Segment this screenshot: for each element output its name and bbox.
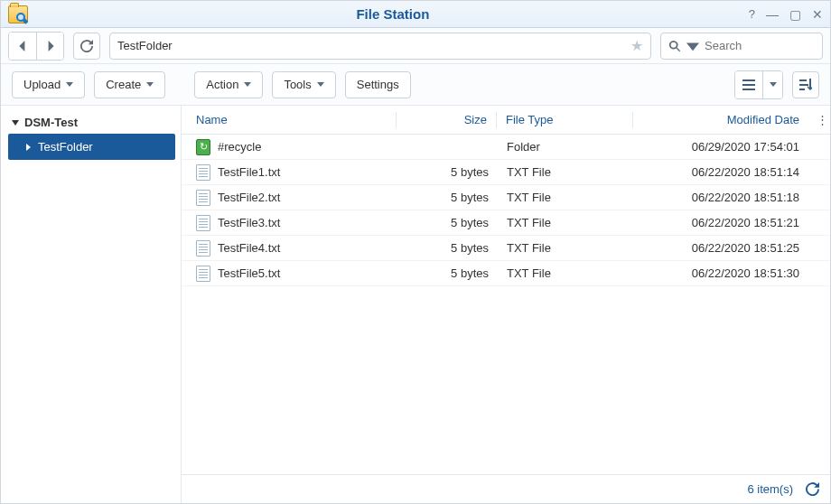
table-header: Name Size File Type Modified Date ⋮ — [182, 106, 830, 135]
chevron-down-icon — [12, 120, 19, 126]
refresh-button[interactable] — [73, 33, 100, 60]
file-name: TestFile4.txt — [218, 241, 280, 255]
status-bar: 6 item(s) — [182, 474, 830, 503]
back-button[interactable] — [9, 33, 36, 60]
search-icon — [668, 40, 681, 52]
sidebar: DSM-Test TestFolder — [1, 106, 182, 503]
file-name: TestFile1.txt — [218, 165, 280, 179]
file-modified: 06/22/2020 18:51:18 — [633, 191, 814, 204]
file-txt-icon — [196, 190, 210, 206]
action-toolbar: Upload Create Action Tools Settings — [1, 64, 830, 106]
recycle-folder-icon — [196, 139, 210, 155]
table-row[interactable]: TestFile1.txt5 bytesTXT File06/22/2020 1… — [182, 160, 830, 185]
view-mode-group — [734, 70, 783, 99]
tree-child-label: TestFolder — [38, 140, 93, 154]
action-label: Action — [206, 78, 238, 91]
tools-button[interactable]: Tools — [272, 71, 335, 98]
file-type: TXT File — [498, 165, 633, 179]
table-row[interactable]: TestFile2.txt5 bytesTXT File06/22/2020 1… — [182, 185, 830, 210]
file-type: TXT File — [498, 241, 633, 255]
col-size-header[interactable]: Size — [397, 113, 496, 126]
col-name-header[interactable]: Name — [182, 113, 396, 126]
create-button[interactable]: Create — [94, 71, 165, 98]
close-icon[interactable]: ✕ — [812, 8, 823, 21]
search-input[interactable] — [705, 39, 831, 52]
col-date-header[interactable]: Modified Date — [633, 113, 814, 126]
file-modified: 06/22/2020 18:51:30 — [633, 266, 814, 280]
file-modified: 06/22/2020 18:51:21 — [633, 216, 814, 229]
chevron-down-icon — [770, 82, 777, 87]
search-box[interactable] — [660, 33, 823, 60]
path-box[interactable]: ★ — [109, 33, 651, 60]
refresh-status-icon[interactable] — [806, 482, 819, 496]
file-type: TXT File — [498, 266, 633, 280]
file-txt-icon — [196, 215, 210, 231]
create-label: Create — [106, 78, 141, 91]
chevron-down-icon — [146, 82, 154, 87]
file-size: 5 bytes — [398, 266, 498, 280]
app-folder-icon — [8, 5, 28, 23]
file-modified: 06/22/2020 18:51:25 — [633, 241, 814, 255]
window-title: File Station — [37, 6, 749, 22]
file-size: 5 bytes — [398, 216, 498, 229]
forward-button[interactable] — [36, 33, 63, 60]
view-dropdown-button[interactable] — [762, 71, 782, 98]
tools-label: Tools — [284, 78, 311, 91]
upload-button[interactable]: Upload — [12, 71, 85, 98]
file-name: TestFile2.txt — [218, 191, 280, 204]
path-input[interactable] — [117, 39, 625, 52]
sort-button[interactable] — [792, 71, 819, 98]
tree-root-label: DSM-Test — [24, 116, 78, 129]
favorite-star-icon[interactable]: ★ — [630, 37, 643, 54]
table-row[interactable]: TestFile4.txt5 bytesTXT File06/22/2020 1… — [182, 236, 830, 261]
maximize-icon[interactable]: ▢ — [789, 8, 801, 21]
settings-button[interactable]: Settings — [345, 71, 411, 98]
file-type: TXT File — [498, 216, 633, 229]
chevron-right-icon — [26, 144, 31, 151]
file-size: 5 bytes — [398, 165, 498, 179]
action-button[interactable]: Action — [194, 71, 263, 98]
list-view-button[interactable] — [735, 71, 762, 98]
help-icon[interactable]: ? — [749, 8, 755, 21]
file-name: #recycle — [218, 140, 261, 154]
table-row[interactable]: TestFile5.txt5 bytesTXT File06/22/2020 1… — [182, 261, 830, 286]
file-modified: 06/22/2020 18:51:14 — [633, 165, 814, 179]
file-size: 5 bytes — [398, 241, 498, 255]
table-row[interactable]: #recycleFolder06/29/2020 17:54:01 — [182, 135, 830, 160]
chevron-down-icon — [244, 82, 251, 87]
item-count: 6 item(s) — [747, 482, 793, 496]
tree-child-node[interactable]: TestFolder — [8, 134, 175, 160]
search-dropdown-icon[interactable] — [686, 40, 699, 52]
settings-label: Settings — [357, 78, 399, 91]
file-modified: 06/29/2020 17:54:01 — [633, 140, 814, 154]
upload-label: Upload — [23, 78, 61, 91]
column-options-icon[interactable]: ⋮ — [814, 113, 830, 126]
col-type-header[interactable]: File Type — [497, 113, 632, 126]
titlebar: File Station ? — ▢ ✕ — [1, 1, 830, 28]
nav-toolbar: ★ — [1, 28, 830, 64]
file-type: TXT File — [498, 191, 633, 204]
file-name: TestFile3.txt — [218, 216, 280, 229]
file-size: 5 bytes — [398, 191, 498, 204]
minimize-icon[interactable]: — — [766, 8, 779, 21]
file-txt-icon — [196, 164, 210, 181]
chevron-down-icon — [317, 82, 324, 87]
table-row[interactable]: TestFile3.txt5 bytesTXT File06/22/2020 1… — [182, 210, 830, 236]
file-txt-icon — [196, 266, 210, 282]
file-type: Folder — [498, 140, 633, 154]
tree-root-node[interactable]: DSM-Test — [8, 111, 175, 134]
file-txt-icon — [196, 240, 210, 257]
chevron-down-icon — [66, 82, 73, 87]
file-table: Name Size File Type Modified Date ⋮ #rec… — [182, 106, 830, 474]
file-name: TestFile5.txt — [218, 266, 280, 280]
